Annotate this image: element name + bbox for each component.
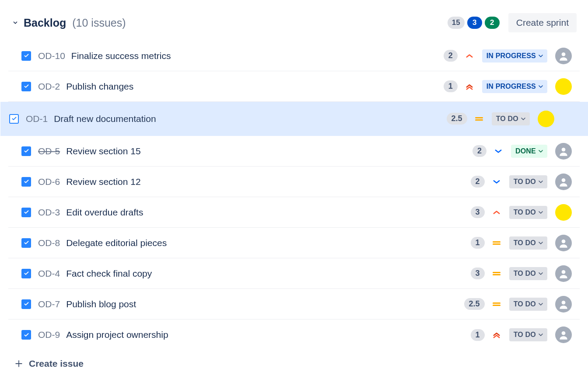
- priority-high-icon[interactable]: [492, 208, 501, 217]
- status-label: TO DO: [514, 178, 536, 186]
- story-point-estimate[interactable]: 3: [471, 206, 485, 218]
- issue-title[interactable]: Delegate editorial pieces: [66, 238, 470, 248]
- issue-title[interactable]: Draft new documentation: [54, 114, 446, 124]
- priority-medium-icon[interactable]: [492, 299, 501, 309]
- priority-medium-icon[interactable]: [492, 269, 501, 278]
- story-point-estimate[interactable]: 1: [471, 329, 485, 341]
- issue-title[interactable]: Review section 15: [66, 146, 472, 156]
- issue-row[interactable]: OD-6Review section 122TO DO: [8, 167, 580, 197]
- status-label: TO DO: [514, 300, 536, 308]
- chevron-down-icon: [539, 83, 543, 90]
- status-dropdown[interactable]: TO DO: [509, 267, 547, 280]
- task-type-icon: [21, 238, 31, 248]
- task-type-icon: [21, 177, 31, 187]
- issue-title[interactable]: Fact check final copy: [66, 268, 470, 279]
- status-dropdown[interactable]: TO DO: [509, 236, 547, 250]
- status-dropdown[interactable]: IN PROGRESS: [482, 80, 547, 93]
- status-dropdown[interactable]: TO DO: [509, 175, 547, 188]
- issue-key[interactable]: OD-7: [38, 299, 60, 309]
- issue-row[interactable]: OD-3Edit overdue drafts3TO DO: [8, 197, 580, 228]
- assignee-avatar[interactable]: [555, 143, 572, 160]
- assignee-avatar[interactable]: [555, 235, 572, 251]
- issue-title[interactable]: Edit overdue drafts: [66, 207, 470, 218]
- priority-low-icon[interactable]: [494, 146, 503, 156]
- issue-row[interactable]: OD-2Publish changes1IN PROGRESS: [8, 71, 580, 102]
- svg-point-4: [562, 270, 566, 274]
- assignee-avatar[interactable]: [555, 296, 572, 313]
- chevron-down-icon: [539, 52, 543, 60]
- assignee-avatar[interactable]: [555, 204, 572, 221]
- priority-medium-icon[interactable]: [474, 114, 484, 124]
- story-point-estimate[interactable]: 2: [471, 176, 485, 188]
- assignee-avatar[interactable]: [538, 111, 554, 127]
- issue-title[interactable]: Publish changes: [66, 81, 443, 92]
- status-dropdown[interactable]: TO DO: [509, 328, 547, 341]
- task-type-icon: [21, 299, 31, 309]
- priority-highest-icon[interactable]: [492, 330, 501, 340]
- status-dropdown[interactable]: TO DO: [492, 112, 530, 125]
- issue-key[interactable]: OD-6: [38, 177, 60, 187]
- create-issue-label: Create issue: [29, 358, 84, 369]
- task-type-icon: [21, 82, 31, 91]
- story-point-estimate[interactable]: 2.5: [464, 298, 485, 310]
- chevron-down-icon: [539, 147, 543, 155]
- assignee-avatar[interactable]: [555, 48, 572, 64]
- task-type-icon: [9, 114, 19, 124]
- issue-key[interactable]: OD-2: [38, 81, 60, 92]
- issue-row[interactable]: OD-4Fact check final copy3TO DO: [8, 258, 580, 289]
- status-label: TO DO: [514, 331, 536, 339]
- status-label: IN PROGRESS: [486, 52, 536, 60]
- priority-medium-icon[interactable]: [492, 238, 501, 248]
- status-label: TO DO: [496, 115, 518, 123]
- priority-high-icon[interactable]: [465, 51, 474, 61]
- issue-key[interactable]: OD-9: [38, 330, 60, 340]
- issue-key[interactable]: OD-10: [38, 51, 65, 61]
- issue-title[interactable]: Publish blog post: [66, 299, 464, 309]
- issue-row[interactable]: OD-9Assign project ownership1TO DO: [8, 319, 580, 350]
- story-point-estimate[interactable]: 3: [471, 267, 485, 279]
- assignee-avatar[interactable]: [555, 326, 572, 343]
- assignee-avatar[interactable]: [555, 174, 572, 190]
- issue-row[interactable]: OD-7Publish blog post2.5TO DO: [8, 289, 580, 319]
- story-point-estimate[interactable]: 2: [472, 145, 486, 157]
- create-issue-button[interactable]: Create issue: [8, 351, 580, 377]
- issue-key[interactable]: OD-5: [38, 146, 60, 156]
- svg-point-1: [562, 147, 566, 151]
- create-sprint-button[interactable]: Create sprint: [508, 13, 577, 32]
- story-point-estimate[interactable]: 1: [444, 80, 458, 92]
- priority-highest-icon[interactable]: [465, 82, 474, 91]
- issue-key[interactable]: OD-1: [26, 114, 48, 124]
- assignee-avatar[interactable]: [555, 78, 572, 95]
- issue-title[interactable]: Assign project ownership: [66, 330, 470, 340]
- status-dropdown[interactable]: IN PROGRESS: [482, 49, 547, 63]
- chevron-down-icon: [539, 300, 543, 308]
- task-type-icon: [21, 208, 31, 217]
- issue-title[interactable]: Finalize success metrics: [71, 51, 444, 61]
- svg-point-5: [562, 300, 566, 304]
- count-done-pill[interactable]: 2: [485, 17, 500, 29]
- issue-row[interactable]: OD-8Delegate editorial pieces1TO DO: [8, 228, 580, 258]
- count-inprogress-pill[interactable]: 3: [467, 17, 482, 29]
- chevron-down-icon: [539, 208, 543, 216]
- status-label: IN PROGRESS: [486, 83, 536, 90]
- collapse-icon[interactable]: [11, 19, 19, 27]
- story-point-estimate[interactable]: 1: [471, 237, 485, 249]
- priority-low-icon[interactable]: [492, 177, 501, 187]
- count-todo-pill[interactable]: 15: [448, 17, 465, 29]
- status-dropdown[interactable]: DONE: [511, 145, 547, 158]
- svg-point-3: [562, 239, 566, 243]
- issue-key[interactable]: OD-3: [38, 207, 60, 218]
- issue-key[interactable]: OD-8: [38, 238, 60, 248]
- issue-title[interactable]: Review section 12: [66, 177, 470, 187]
- issue-row[interactable]: OD-1Draft new documentation2.5TO DO: [0, 102, 588, 136]
- status-dropdown[interactable]: TO DO: [509, 298, 547, 311]
- issue-row[interactable]: OD-10Finalize success metrics2IN PROGRES…: [8, 41, 580, 71]
- issue-row[interactable]: OD-5Review section 152DONE: [8, 136, 580, 167]
- story-point-estimate[interactable]: 2.5: [447, 113, 467, 125]
- assignee-avatar[interactable]: [555, 265, 572, 282]
- status-dropdown[interactable]: TO DO: [509, 206, 547, 219]
- issue-key[interactable]: OD-4: [38, 268, 60, 279]
- story-point-estimate[interactable]: 2: [444, 50, 458, 62]
- backlog-title: Backlog: [24, 17, 66, 29]
- plus-icon: [14, 359, 24, 368]
